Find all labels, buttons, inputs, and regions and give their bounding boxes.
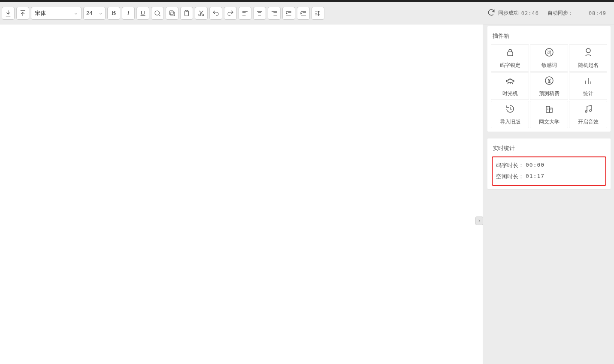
editor-page[interactable]: [0, 24, 483, 364]
paste-button[interactable]: [180, 7, 193, 20]
plugin-grid: 码字锁定 词 敏感词 随机起名 时光机 预测稿费: [491, 44, 607, 128]
music-icon: [583, 104, 593, 116]
editor-wrap: [0, 24, 484, 364]
auto-sync-label: 自动同步：: [547, 9, 573, 17]
plugin-label: 时光机: [502, 90, 518, 97]
plugin-lock-typing[interactable]: 码字锁定: [491, 44, 529, 72]
chevron-down-icon: [98, 11, 103, 15]
export-button[interactable]: [16, 7, 29, 20]
plugin-writing-university[interactable]: 网文大学: [530, 101, 568, 128]
svg-text:词: 词: [547, 50, 551, 55]
plugin-time-machine[interactable]: 时光机: [491, 72, 529, 100]
font-size-value: 24: [86, 10, 92, 16]
typing-duration-row: 码字时长： 00:00: [496, 162, 602, 169]
font-family-value: 宋体: [35, 9, 46, 17]
svg-rect-1: [171, 12, 175, 16]
editor-toolbar: 宋体 24 B I U: [0, 2, 614, 24]
undo-button[interactable]: [209, 7, 222, 20]
ufo-icon: [505, 75, 515, 87]
plugin-enable-sound[interactable]: 开启音效: [569, 101, 607, 128]
plugin-label: 导入旧版: [500, 118, 520, 126]
idle-duration-value: 01:17: [526, 173, 544, 180]
text-cursor: [29, 35, 29, 46]
underline-button[interactable]: U: [136, 7, 149, 20]
font-family-select[interactable]: 宋体: [31, 7, 82, 20]
copy-button[interactable]: [166, 7, 178, 20]
building-icon: [544, 104, 554, 116]
plugin-predict-fee[interactable]: 预测稿费: [530, 72, 568, 100]
svg-rect-7: [508, 52, 513, 56]
plugin-sensitive-words[interactable]: 词 敏感词: [530, 44, 568, 72]
plugin-label: 网文大学: [539, 118, 560, 126]
plugin-label: 码字锁定: [500, 62, 520, 69]
paragraph-spacing-button[interactable]: [312, 7, 324, 20]
plugin-random-name[interactable]: 随机起名: [569, 44, 607, 72]
word-icon: 词: [544, 47, 554, 59]
search-button[interactable]: [151, 7, 164, 20]
stats-highlight-box: 码字时长： 00:00 空闲时长： 01:17: [492, 156, 606, 186]
font-size-select[interactable]: 24: [83, 7, 106, 20]
sync-icon[interactable]: [487, 8, 496, 18]
bar-chart-icon: [583, 75, 593, 87]
svg-point-15: [585, 111, 587, 112]
plugin-box-title: 插件箱: [491, 30, 607, 44]
right-sidebar: 插件箱 码字锁定 词 敏感词 随机起名 时光机: [484, 24, 614, 364]
realtime-stats-title: 实时统计: [491, 142, 607, 156]
bold-button[interactable]: B: [107, 7, 120, 20]
person-icon: [583, 47, 593, 59]
redo-button[interactable]: [224, 7, 237, 20]
idle-duration-row: 空闲时长： 01:17: [496, 173, 602, 180]
realtime-stats-panel: 实时统计 码字时长： 00:00 空闲时长： 01:17: [487, 138, 611, 189]
svg-point-11: [506, 80, 514, 82]
typing-duration-value: 00:00: [526, 162, 544, 169]
cut-button[interactable]: [195, 7, 208, 20]
sync-status-area: 同步成功 02:46 自动同步： 08:49: [487, 8, 612, 18]
svg-rect-2: [169, 11, 173, 15]
plugin-label: 统计: [583, 90, 593, 97]
plugin-box-panel: 插件箱 码字锁定 词 敏感词 随机起名 时光机: [487, 26, 611, 132]
plugin-label: 预测稿费: [539, 90, 560, 97]
plugin-label: 敏感词: [541, 62, 557, 69]
chevron-down-icon: [73, 11, 78, 15]
svg-point-16: [590, 110, 591, 111]
idle-duration-label: 空闲时长：: [496, 173, 524, 180]
align-center-button[interactable]: [253, 7, 266, 20]
svg-point-0: [155, 11, 160, 15]
svg-rect-14: [550, 108, 552, 112]
plugin-statistics[interactable]: 统计: [569, 72, 607, 100]
import-button[interactable]: [2, 7, 15, 20]
yen-icon: [544, 75, 554, 87]
italic-button[interactable]: I: [122, 7, 135, 20]
history-icon: [505, 104, 515, 116]
typing-duration-label: 码字时长：: [496, 162, 524, 169]
plugin-import-legacy[interactable]: 导入旧版: [491, 101, 529, 128]
svg-point-10: [586, 48, 590, 53]
last-sync-time: 02:46: [521, 10, 539, 16]
align-right-button[interactable]: [268, 7, 281, 20]
indent-increase-button[interactable]: [297, 7, 310, 20]
svg-rect-13: [546, 106, 550, 112]
plugin-label: 随机起名: [578, 62, 599, 69]
indent-decrease-button[interactable]: [282, 7, 295, 20]
lock-icon: [505, 47, 515, 59]
clock-time: 08:49: [589, 10, 606, 16]
next-chapter-button[interactable]: [475, 217, 483, 225]
sync-status-label: 同步成功: [498, 9, 519, 17]
main-area: 插件箱 码字锁定 词 敏感词 随机起名 时光机: [0, 24, 614, 364]
align-left-button[interactable]: [239, 7, 251, 20]
plugin-label: 开启音效: [578, 118, 599, 126]
